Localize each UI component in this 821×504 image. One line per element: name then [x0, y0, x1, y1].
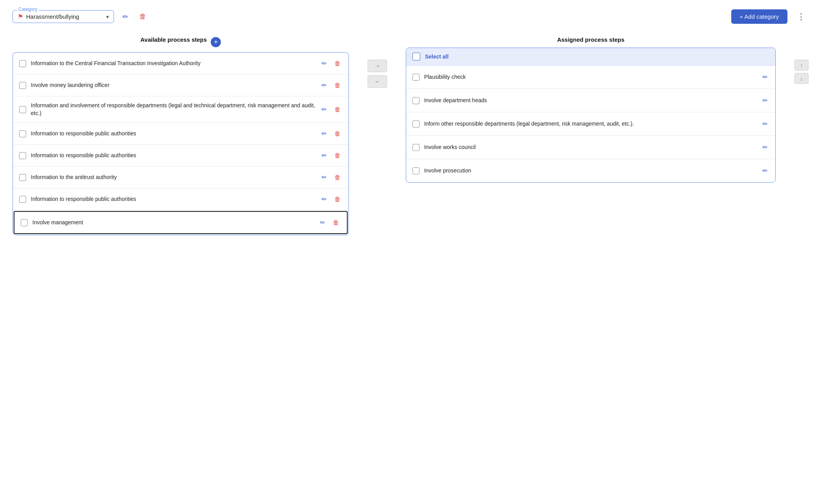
- edit-assigned-step-button[interactable]: ✏: [761, 165, 769, 176]
- select-all-row: Select all: [406, 48, 775, 66]
- edit-step-button[interactable]: ✏: [320, 104, 328, 115]
- available-item-checkbox[interactable]: [19, 130, 26, 137]
- edit-icon: ✏: [322, 60, 327, 67]
- available-item-checkbox[interactable]: [19, 196, 26, 203]
- right-arrow-icon: →: [375, 63, 380, 69]
- edit-icon: ✏: [322, 106, 327, 113]
- more-options-button[interactable]: ⋮: [794, 10, 809, 23]
- available-list-item: Information to responsible public author…: [13, 123, 348, 145]
- available-item-text: Information and involvement of responsib…: [31, 102, 315, 117]
- up-arrow-icon: ↑: [800, 62, 803, 68]
- available-panel: Available process steps + Information to…: [12, 36, 349, 235]
- available-step-list-inner: Information to the Central Financial Tra…: [13, 53, 348, 235]
- assigned-item-checkbox[interactable]: [412, 74, 419, 81]
- select-all-checkbox[interactable]: [412, 53, 420, 60]
- assigned-panel: Assigned process steps Select all Plausi…: [406, 36, 776, 183]
- available-step-list: Information to the Central Financial Tra…: [12, 52, 349, 235]
- available-list-item: Information to the antitrust authority ✏…: [13, 167, 348, 188]
- delete-step-button[interactable]: 🗑: [333, 129, 342, 139]
- category-value: Harassment/bullying: [26, 13, 103, 20]
- edit-assigned-step-button[interactable]: ✏: [761, 142, 769, 153]
- edit-icon: ✏: [123, 12, 128, 21]
- delete-icon: 🗑: [334, 152, 341, 159]
- delete-icon: 🗑: [334, 174, 341, 181]
- main-content: Available process steps + Information to…: [12, 36, 809, 235]
- sort-down-button[interactable]: ↓: [794, 73, 809, 84]
- assigned-panel-title: Assigned process steps: [406, 36, 776, 43]
- available-list-item: Involve money laundering officer ✏ 🗑: [13, 75, 348, 96]
- delete-icon: 🗑: [334, 196, 341, 203]
- edit-icon: ✏: [322, 130, 327, 137]
- available-item-checkbox[interactable]: [19, 82, 26, 89]
- edit-icon: ✏: [322, 82, 327, 89]
- edit-icon: ✏: [322, 174, 327, 181]
- category-field-label: Category: [17, 7, 39, 12]
- transfer-right-button[interactable]: →: [368, 60, 387, 72]
- assigned-list-item: Involve department heads ✏: [406, 89, 775, 112]
- assigned-item-checkbox[interactable]: [412, 97, 419, 104]
- delete-step-button[interactable]: 🗑: [333, 172, 342, 183]
- edit-step-button[interactable]: ✏: [320, 58, 328, 69]
- edit-step-button[interactable]: ✏: [320, 172, 328, 183]
- available-item-text: Information to the antitrust authority: [31, 174, 315, 181]
- sort-up-button[interactable]: ↑: [794, 60, 809, 71]
- delete-icon: 🗑: [334, 60, 341, 67]
- available-item-text: Involve money laundering officer: [31, 82, 315, 89]
- edit-icon: ✏: [322, 152, 327, 159]
- sort-column: ↑ ↓: [794, 36, 809, 84]
- left-arrow-icon: ←: [375, 78, 380, 85]
- edit-icon: ✏: [320, 219, 325, 226]
- edit-category-button[interactable]: ✏: [120, 10, 131, 23]
- assigned-item-checkbox[interactable]: [412, 167, 419, 174]
- assigned-list-item: Plausibility check ✏: [406, 66, 775, 89]
- delete-step-button[interactable]: 🗑: [333, 105, 342, 115]
- add-step-button[interactable]: +: [211, 37, 221, 47]
- available-item-text: Information to responsible public author…: [31, 130, 315, 138]
- available-item-checkbox[interactable]: [19, 106, 26, 113]
- delete-icon: 🗑: [139, 12, 146, 21]
- delete-icon: 🗑: [334, 130, 341, 137]
- down-arrow-icon: ↓: [800, 76, 803, 82]
- available-item-text: Information to the Central Financial Tra…: [31, 60, 315, 67]
- edit-step-button[interactable]: ✏: [320, 194, 328, 204]
- chevron-down-icon[interactable]: ▾: [106, 14, 109, 20]
- assigned-items-container: Plausibility check ✏ Involve department …: [406, 66, 775, 182]
- delete-step-button[interactable]: 🗑: [333, 80, 342, 91]
- assigned-list-item: Inform other responsible departments (le…: [406, 112, 775, 136]
- edit-assigned-step-button[interactable]: ✏: [761, 119, 769, 129]
- edit-assigned-step-button[interactable]: ✏: [761, 72, 769, 82]
- select-all-label[interactable]: Select all: [425, 53, 449, 60]
- available-item-text: Information to responsible public author…: [31, 195, 315, 203]
- category-icon: ⚑: [18, 13, 23, 20]
- available-item-checkbox[interactable]: [21, 219, 28, 226]
- edit-step-button[interactable]: ✏: [318, 217, 327, 228]
- available-item-checkbox[interactable]: [19, 174, 26, 181]
- transfer-column: → ←: [368, 36, 387, 88]
- edit-step-button[interactable]: ✏: [320, 128, 328, 139]
- edit-assigned-step-button[interactable]: ✏: [761, 95, 769, 106]
- delete-icon: 🗑: [334, 82, 341, 89]
- transfer-left-button[interactable]: ←: [368, 75, 387, 88]
- edit-icon: ✏: [762, 167, 768, 174]
- delete-step-button[interactable]: 🗑: [333, 194, 342, 204]
- edit-icon: ✏: [322, 195, 327, 203]
- delete-step-button[interactable]: 🗑: [331, 218, 341, 228]
- available-list-item: Information to responsible public author…: [13, 188, 348, 210]
- assigned-step-list: Select all Plausibility check ✏ Involve …: [406, 48, 776, 183]
- assigned-list-item: Involve works council ✏: [406, 136, 775, 159]
- add-category-button[interactable]: + Add category: [731, 9, 788, 24]
- delete-step-button[interactable]: 🗑: [333, 151, 342, 161]
- delete-step-button[interactable]: 🗑: [333, 59, 342, 69]
- assigned-item-text: Involve prosecution: [424, 167, 756, 175]
- delete-category-button[interactable]: 🗑: [137, 10, 149, 23]
- category-select-wrapper: Category ⚑ Harassment/bullying ▾: [12, 10, 114, 23]
- edit-icon: ✏: [762, 120, 768, 128]
- assigned-item-checkbox[interactable]: [412, 144, 419, 151]
- edit-step-button[interactable]: ✏: [320, 80, 328, 91]
- assigned-item-checkbox[interactable]: [412, 121, 419, 128]
- available-item-checkbox[interactable]: [19, 152, 26, 159]
- delete-icon: 🗑: [334, 106, 341, 113]
- edit-step-button[interactable]: ✏: [320, 150, 328, 161]
- assigned-item-text: Involve department heads: [424, 97, 756, 105]
- available-item-checkbox[interactable]: [19, 60, 26, 67]
